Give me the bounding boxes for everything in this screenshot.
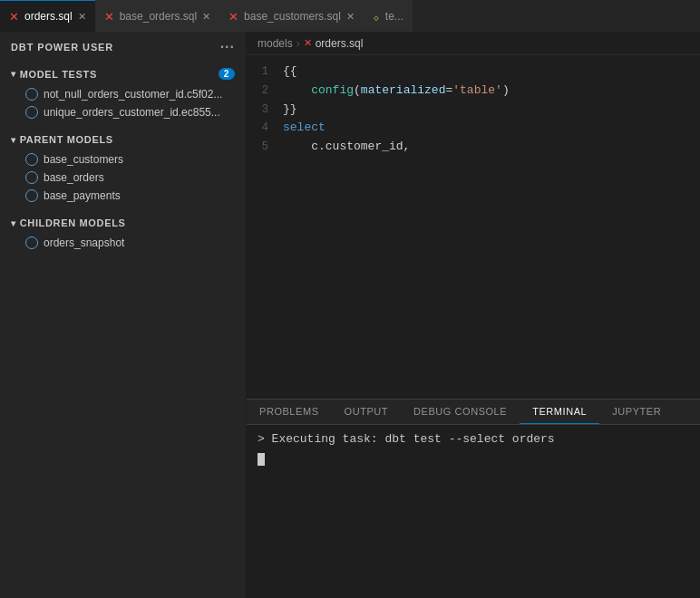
divider-2 [0, 205, 246, 212]
line-content-2: config(materialized='table') [283, 82, 510, 101]
tab-base-customers-sql[interactable]: ✕ base_customers.sql ✕ [219, 0, 364, 32]
line-num-3: 3 [247, 101, 283, 119]
section-model-tests[interactable]: ▾ MODEL TESTS 2 [0, 63, 246, 85]
tab-label-extra: te... [385, 10, 403, 23]
parent-label-1: base_customers [44, 153, 123, 166]
sidebar-item-base-customers[interactable]: base_customers [0, 150, 246, 169]
section-label-parent-models: PARENT MODELS [20, 134, 113, 145]
chevron-parent-models: ▾ [11, 135, 16, 145]
sidebar-item-test-2[interactable]: unique_orders_customer_id.ec855... [0, 103, 246, 121]
terminal-tab-jupyter[interactable]: JUPYTER [599, 399, 674, 424]
terminal-content[interactable]: > Executing task: dbt test --select orde… [247, 425, 700, 598]
line-content-1: {{ [283, 63, 297, 82]
tab-label-base-customers: base_customers.sql [244, 10, 341, 23]
sidebar-item-test-1[interactable]: not_null_orders_customer_id.c5f02... [0, 85, 246, 103]
tab-icon-base-customers: ✕ [228, 10, 238, 24]
tab-icon-extra: ⬦ [373, 10, 380, 24]
line-content-4: select [283, 119, 326, 138]
section-parent-models[interactable]: ▾ PARENT MODELS [0, 129, 246, 150]
terminal-tab-bar: PROBLEMS OUTPUT DEBUG CONSOLE TERMINAL J… [247, 400, 700, 425]
terminal-tab-debug-console[interactable]: DEBUG CONSOLE [401, 399, 520, 424]
test-label-2: unique_orders_customer_id.ec855... [44, 106, 220, 119]
tab-base-orders-sql[interactable]: ✕ base_orders.sql ✕ [95, 0, 219, 32]
parent-icon-2 [25, 171, 38, 184]
code-line-5: 5 c.customer_id, [247, 138, 700, 157]
line-num-4: 4 [247, 120, 283, 137]
sidebar-item-base-payments[interactable]: base_payments [0, 187, 246, 205]
terminal-command-line: > Executing task: dbt test --select orde… [258, 432, 689, 446]
child-label-1: orders_snapshot [44, 236, 124, 249]
tab-extra[interactable]: ⬦ te... [364, 0, 413, 32]
code-line-3: 3 }} [247, 101, 700, 120]
tab-bar: ✕ orders.sql ✕ ✕ base_orders.sql ✕ ✕ bas… [0, 0, 700, 32]
section-label-model-tests: MODEL TESTS [20, 69, 97, 80]
breadcrumb-file: orders.sql [316, 37, 364, 50]
parent-icon-1 [25, 153, 38, 166]
test-label-1: not_null_orders_customer_id.c5f02... [44, 88, 222, 101]
breadcrumb: models › ✕ orders.sql [247, 32, 700, 55]
sidebar-item-orders-snapshot[interactable]: orders_snapshot [0, 234, 246, 252]
child-icon-1 [25, 236, 38, 249]
breadcrumb-separator: › [297, 37, 300, 50]
test-icon-2 [25, 106, 38, 119]
sidebar: DBT POWER USER ··· ▾ MODEL TESTS 2 not_n… [0, 32, 247, 598]
code-line-2: 2 config(materialized='table') [247, 82, 700, 101]
sidebar-item-base-orders[interactable]: base_orders [0, 169, 246, 187]
parent-icon-3 [25, 189, 38, 202]
sidebar-header: DBT POWER USER ··· [0, 32, 246, 63]
terminal-tab-output[interactable]: OUTPUT [332, 399, 402, 424]
line-num-1: 1 [247, 63, 283, 81]
line-content-5: c.customer_id, [283, 138, 410, 157]
parent-label-3: base_payments [44, 189, 121, 202]
terminal-panel: PROBLEMS OUTPUT DEBUG CONSOLE TERMINAL J… [247, 399, 700, 598]
tab-orders-sql[interactable]: ✕ orders.sql ✕ [0, 0, 95, 32]
tab-icon-base-orders: ✕ [104, 10, 114, 24]
tab-close-base-orders[interactable]: ✕ [202, 11, 210, 23]
section-label-children-models: CHILDREN MODELS [20, 217, 126, 228]
terminal-cursor-line [258, 446, 689, 466]
terminal-tab-terminal[interactable]: TERMINAL [520, 399, 599, 424]
tab-label-orders: orders.sql [24, 10, 73, 23]
code-editor[interactable]: 1 {{ 2 config(materialized='table') 3 }}… [247, 55, 700, 399]
tab-icon-orders: ✕ [9, 10, 19, 24]
section-children-models[interactable]: ▾ CHILDREN MODELS [0, 212, 246, 234]
divider-1 [0, 121, 246, 129]
code-line-4: 4 select [247, 119, 700, 138]
terminal-tab-problems[interactable]: PROBLEMS [247, 399, 332, 424]
tab-close-base-customers[interactable]: ✕ [346, 11, 355, 23]
main-area: DBT POWER USER ··· ▾ MODEL TESTS 2 not_n… [0, 32, 700, 598]
badge-model-tests: 2 [219, 68, 235, 80]
tab-close-orders[interactable]: ✕ [78, 11, 86, 23]
line-content-3: }} [283, 101, 297, 120]
editor-area: models › ✕ orders.sql 1 {{ 2 config(mate… [247, 32, 700, 598]
app-title: DBT POWER USER [11, 42, 113, 53]
tab-label-base-orders: base_orders.sql [120, 10, 197, 23]
parent-label-2: base_orders [44, 171, 104, 184]
chevron-model-tests: ▾ [11, 69, 16, 79]
sidebar-menu-button[interactable]: ··· [220, 39, 235, 55]
test-icon-1 [25, 88, 38, 101]
chevron-children-models: ▾ [11, 218, 16, 228]
terminal-prompt: > Executing task: dbt test --select orde… [258, 432, 555, 446]
code-line-1: 1 {{ [247, 63, 700, 82]
breadcrumb-folder: models [258, 37, 293, 50]
line-num-5: 5 [247, 139, 283, 156]
line-num-2: 2 [247, 82, 283, 100]
terminal-cursor [258, 453, 265, 466]
breadcrumb-file-icon: ✕ [304, 37, 312, 49]
